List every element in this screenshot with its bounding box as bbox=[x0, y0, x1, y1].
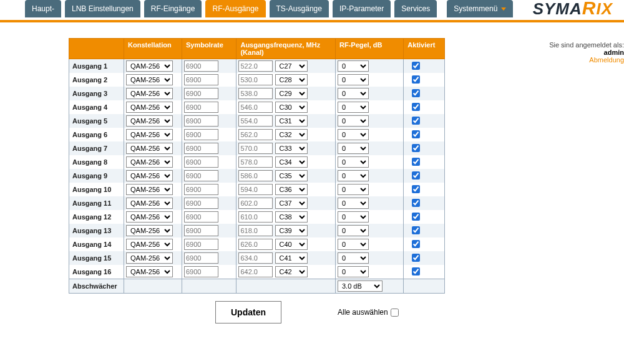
logout-link[interactable]: Abmeldung bbox=[529, 56, 624, 64]
frequenz-input[interactable] bbox=[238, 74, 273, 85]
symbolrate-input[interactable] bbox=[184, 129, 218, 140]
symbolrate-input[interactable] bbox=[184, 266, 218, 277]
symbolrate-input[interactable] bbox=[184, 239, 218, 250]
konstellation-select[interactable]: QAM-256 bbox=[126, 198, 173, 209]
kanal-select[interactable]: C27 bbox=[275, 60, 308, 72]
frequenz-input[interactable] bbox=[238, 198, 273, 209]
tab-lnb[interactable]: LNB Einstellungen bbox=[65, 0, 140, 17]
frequenz-input[interactable] bbox=[238, 156, 273, 168]
frequenz-input[interactable] bbox=[238, 115, 273, 127]
konstellation-select[interactable]: QAM-256 bbox=[126, 102, 173, 113]
konstellation-select[interactable]: QAM-256 bbox=[126, 225, 173, 236]
rfpegel-select[interactable]: 0 bbox=[338, 88, 369, 99]
frequenz-input[interactable] bbox=[238, 170, 273, 181]
konstellation-select[interactable]: QAM-256 bbox=[126, 115, 173, 127]
aktiviert-checkbox[interactable] bbox=[412, 267, 420, 275]
rfpegel-select[interactable]: 0 bbox=[338, 252, 369, 264]
rfpegel-select[interactable]: 0 bbox=[338, 156, 369, 168]
konstellation-select[interactable]: QAM-256 bbox=[126, 143, 173, 154]
attenuator-select[interactable]: 3.0 dB bbox=[338, 280, 383, 292]
kanal-select[interactable]: C34 bbox=[275, 156, 308, 168]
symbolrate-input[interactable] bbox=[184, 115, 218, 127]
aktiviert-checkbox[interactable] bbox=[412, 103, 420, 111]
frequenz-input[interactable] bbox=[238, 211, 273, 223]
kanal-select[interactable]: C31 bbox=[275, 115, 308, 127]
konstellation-select[interactable]: QAM-256 bbox=[126, 266, 173, 277]
tab-haupt[interactable]: Haupt- bbox=[25, 0, 61, 17]
frequenz-input[interactable] bbox=[238, 239, 273, 250]
rfpegel-select[interactable]: 0 bbox=[338, 211, 369, 223]
rfpegel-select[interactable]: 0 bbox=[338, 266, 369, 277]
rfpegel-select[interactable]: 0 bbox=[338, 102, 369, 113]
aktiviert-checkbox[interactable] bbox=[412, 254, 420, 262]
aktiviert-checkbox[interactable] bbox=[412, 226, 420, 234]
aktiviert-checkbox[interactable] bbox=[412, 130, 420, 138]
select-all-checkbox[interactable] bbox=[391, 309, 399, 317]
konstellation-select[interactable]: QAM-256 bbox=[126, 170, 173, 181]
frequenz-input[interactable] bbox=[238, 143, 273, 154]
kanal-select[interactable]: C28 bbox=[275, 74, 308, 85]
kanal-select[interactable]: C30 bbox=[275, 102, 308, 113]
rfpegel-select[interactable]: 0 bbox=[338, 225, 369, 236]
rfpegel-select[interactable]: 0 bbox=[338, 74, 369, 85]
kanal-select[interactable]: C38 bbox=[275, 211, 308, 223]
frequenz-input[interactable] bbox=[238, 129, 273, 140]
symbolrate-input[interactable] bbox=[184, 102, 218, 113]
symbolrate-input[interactable] bbox=[184, 88, 218, 99]
kanal-select[interactable]: C33 bbox=[275, 143, 308, 154]
tab-ts-out[interactable]: TS-Ausgänge bbox=[270, 0, 329, 17]
symbolrate-input[interactable] bbox=[184, 198, 218, 209]
symbolrate-input[interactable] bbox=[184, 156, 218, 168]
rfpegel-select[interactable]: 0 bbox=[338, 60, 369, 72]
konstellation-select[interactable]: QAM-256 bbox=[126, 156, 173, 168]
aktiviert-checkbox[interactable] bbox=[412, 199, 420, 207]
kanal-select[interactable]: C42 bbox=[275, 266, 308, 277]
rfpegel-select[interactable]: 0 bbox=[338, 170, 369, 181]
symbolrate-input[interactable] bbox=[184, 225, 218, 236]
aktiviert-checkbox[interactable] bbox=[412, 158, 420, 166]
konstellation-select[interactable]: QAM-256 bbox=[126, 211, 173, 223]
rfpegel-select[interactable]: 0 bbox=[338, 239, 369, 250]
kanal-select[interactable]: C35 bbox=[275, 170, 308, 181]
update-button[interactable]: Updaten bbox=[215, 301, 281, 323]
aktiviert-checkbox[interactable] bbox=[412, 62, 420, 70]
konstellation-select[interactable]: QAM-256 bbox=[126, 88, 173, 99]
tab-ip[interactable]: IP-Parameter bbox=[333, 0, 391, 17]
frequenz-input[interactable] bbox=[238, 225, 273, 236]
rfpegel-select[interactable]: 0 bbox=[338, 129, 369, 140]
aktiviert-checkbox[interactable] bbox=[412, 185, 420, 193]
kanal-select[interactable]: C40 bbox=[275, 239, 308, 250]
rfpegel-select[interactable]: 0 bbox=[338, 143, 369, 154]
kanal-select[interactable]: C37 bbox=[275, 198, 308, 209]
aktiviert-checkbox[interactable] bbox=[412, 144, 420, 152]
symbolrate-input[interactable] bbox=[184, 252, 218, 264]
kanal-select[interactable]: C41 bbox=[275, 252, 308, 264]
select-all-label[interactable]: Alle auswählen bbox=[338, 308, 399, 317]
kanal-select[interactable]: C32 bbox=[275, 129, 308, 140]
tab-rf-out[interactable]: RF-Ausgänge bbox=[205, 0, 265, 17]
aktiviert-checkbox[interactable] bbox=[412, 240, 420, 248]
symbolrate-input[interactable] bbox=[184, 60, 218, 72]
frequenz-input[interactable] bbox=[238, 266, 273, 277]
konstellation-select[interactable]: QAM-256 bbox=[126, 74, 173, 85]
aktiviert-checkbox[interactable] bbox=[412, 117, 420, 125]
symbolrate-input[interactable] bbox=[184, 184, 218, 195]
aktiviert-checkbox[interactable] bbox=[412, 89, 420, 97]
frequenz-input[interactable] bbox=[238, 184, 273, 195]
rfpegel-select[interactable]: 0 bbox=[338, 198, 369, 209]
frequenz-input[interactable] bbox=[238, 88, 273, 99]
aktiviert-checkbox[interactable] bbox=[412, 75, 420, 84]
frequenz-input[interactable] bbox=[238, 252, 273, 264]
rfpegel-select[interactable]: 0 bbox=[338, 115, 369, 127]
symbolrate-input[interactable] bbox=[184, 170, 218, 181]
konstellation-select[interactable]: QAM-256 bbox=[126, 184, 173, 195]
tab-services[interactable]: Services bbox=[394, 0, 437, 17]
konstellation-select[interactable]: QAM-256 bbox=[126, 239, 173, 250]
symbolrate-input[interactable] bbox=[184, 74, 218, 85]
konstellation-select[interactable]: QAM-256 bbox=[126, 60, 173, 72]
symbolrate-input[interactable] bbox=[184, 143, 218, 154]
kanal-select[interactable]: C29 bbox=[275, 88, 308, 99]
symbolrate-input[interactable] bbox=[184, 211, 218, 223]
kanal-select[interactable]: C36 bbox=[275, 184, 308, 195]
kanal-select[interactable]: C39 bbox=[275, 225, 308, 236]
